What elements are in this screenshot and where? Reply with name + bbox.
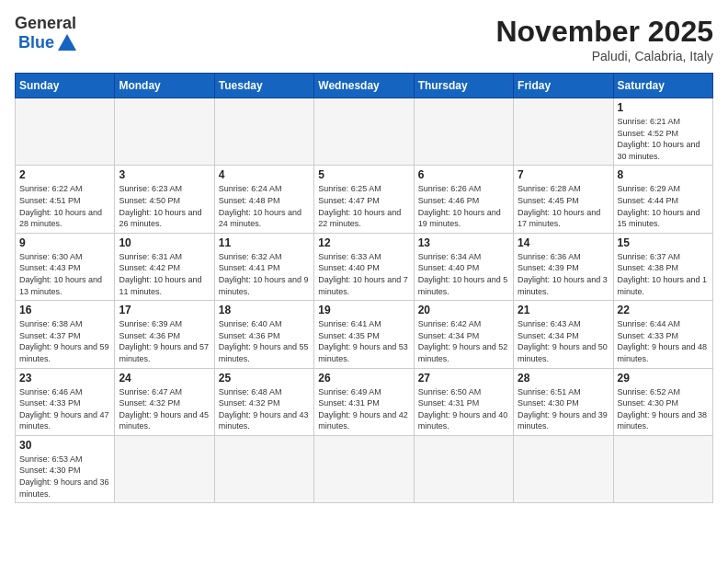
day-info: Sunrise: 6:26 AM Sunset: 4:46 PM Dayligh…: [418, 183, 509, 229]
day-of-week-header: Wednesday: [314, 74, 414, 98]
day-number: 12: [318, 236, 409, 249]
day-info: Sunrise: 6:29 AM Sunset: 4:44 PM Dayligh…: [618, 183, 709, 229]
day-number: 15: [618, 236, 709, 249]
logo-text-blue: Blue: [18, 33, 54, 52]
calendar-day-cell: [214, 435, 313, 502]
calendar-day-cell: [115, 435, 214, 502]
day-number: 20: [418, 304, 509, 316]
header: General Blue November 2025 Paludi, Calab…: [15, 15, 713, 63]
calendar-day-cell: 12Sunrise: 6:33 AM Sunset: 4:40 PM Dayli…: [314, 233, 414, 300]
day-number: 28: [518, 372, 609, 385]
calendar-day-cell: 6Sunrise: 6:26 AM Sunset: 4:46 PM Daylig…: [414, 166, 513, 233]
day-info: Sunrise: 6:39 AM Sunset: 4:36 PM Dayligh…: [119, 318, 210, 364]
day-info: Sunrise: 6:48 AM Sunset: 4:32 PM Dayligh…: [219, 386, 310, 432]
calendar-week-row: 23Sunrise: 6:46 AM Sunset: 4:33 PM Dayli…: [16, 368, 713, 435]
day-number: 21: [518, 304, 609, 316]
calendar-day-cell: [414, 98, 513, 166]
day-info: Sunrise: 6:50 AM Sunset: 4:31 PM Dayligh…: [418, 386, 509, 432]
calendar-day-cell: 16Sunrise: 6:38 AM Sunset: 4:37 PM Dayli…: [16, 301, 115, 368]
day-info: Sunrise: 6:33 AM Sunset: 4:40 PM Dayligh…: [318, 251, 409, 297]
day-number: 17: [119, 304, 210, 316]
day-number: 2: [19, 168, 110, 181]
calendar-day-cell: 17Sunrise: 6:39 AM Sunset: 4:36 PM Dayli…: [115, 301, 214, 368]
calendar-day-cell: 9Sunrise: 6:30 AM Sunset: 4:43 PM Daylig…: [16, 233, 115, 300]
calendar-day-cell: 13Sunrise: 6:34 AM Sunset: 4:40 PM Dayli…: [414, 233, 513, 300]
day-info: Sunrise: 6:28 AM Sunset: 4:45 PM Dayligh…: [518, 183, 609, 229]
day-number: 18: [219, 304, 310, 316]
day-number: 25: [219, 372, 310, 385]
calendar-day-cell: 20Sunrise: 6:42 AM Sunset: 4:34 PM Dayli…: [414, 301, 513, 368]
day-number: 26: [318, 372, 409, 385]
calendar-day-cell: 29Sunrise: 6:52 AM Sunset: 4:30 PM Dayli…: [613, 368, 712, 435]
logo-triangle-icon: [58, 34, 76, 51]
subtitle: Paludi, Calabria, Italy: [495, 49, 713, 63]
calendar-day-cell: [514, 435, 613, 502]
calendar-day-cell: 3Sunrise: 6:23 AM Sunset: 4:50 PM Daylig…: [115, 166, 214, 233]
calendar-day-cell: 24Sunrise: 6:47 AM Sunset: 4:32 PM Dayli…: [115, 368, 214, 435]
calendar-day-cell: 8Sunrise: 6:29 AM Sunset: 4:44 PM Daylig…: [613, 166, 712, 233]
day-number: 6: [418, 168, 509, 181]
calendar-day-cell: 11Sunrise: 6:32 AM Sunset: 4:41 PM Dayli…: [214, 233, 313, 300]
title-area: November 2025 Paludi, Calabria, Italy: [495, 15, 713, 63]
calendar-day-cell: [115, 98, 214, 166]
calendar-day-cell: [514, 98, 613, 166]
calendar-day-cell: 4Sunrise: 6:24 AM Sunset: 4:48 PM Daylig…: [214, 166, 313, 233]
day-number: 19: [318, 304, 409, 316]
day-number: 13: [418, 236, 509, 249]
day-info: Sunrise: 6:42 AM Sunset: 4:34 PM Dayligh…: [418, 318, 509, 364]
calendar-table: SundayMondayTuesdayWednesdayThursdayFrid…: [15, 73, 713, 503]
day-info: Sunrise: 6:22 AM Sunset: 4:51 PM Dayligh…: [19, 183, 110, 229]
logo: General Blue: [15, 15, 76, 52]
day-of-week-header: Thursday: [414, 74, 513, 98]
day-info: Sunrise: 6:21 AM Sunset: 4:52 PM Dayligh…: [618, 116, 709, 162]
day-of-week-header: Friday: [514, 74, 613, 98]
day-number: 11: [219, 236, 310, 249]
calendar-day-cell: 14Sunrise: 6:36 AM Sunset: 4:39 PM Dayli…: [514, 233, 613, 300]
calendar-day-cell: 2Sunrise: 6:22 AM Sunset: 4:51 PM Daylig…: [16, 166, 115, 233]
calendar-day-cell: 26Sunrise: 6:49 AM Sunset: 4:31 PM Dayli…: [314, 368, 414, 435]
calendar-day-cell: [314, 98, 414, 166]
calendar-day-cell: 1Sunrise: 6:21 AM Sunset: 4:52 PM Daylig…: [613, 98, 712, 166]
calendar-day-cell: 28Sunrise: 6:51 AM Sunset: 4:30 PM Dayli…: [514, 368, 613, 435]
day-info: Sunrise: 6:23 AM Sunset: 4:50 PM Dayligh…: [119, 183, 210, 229]
day-info: Sunrise: 6:46 AM Sunset: 4:33 PM Dayligh…: [19, 386, 110, 432]
calendar-day-cell: [613, 435, 712, 502]
day-number: 14: [518, 236, 609, 249]
day-number: 23: [19, 372, 110, 385]
day-number: 10: [119, 236, 210, 249]
day-number: 24: [119, 372, 210, 385]
logo-text-black: General: [15, 14, 76, 32]
day-number: 4: [219, 168, 310, 181]
calendar-day-cell: 7Sunrise: 6:28 AM Sunset: 4:45 PM Daylig…: [514, 166, 613, 233]
days-of-week-row: SundayMondayTuesdayWednesdayThursdayFrid…: [16, 74, 713, 98]
calendar-day-cell: 30Sunrise: 6:53 AM Sunset: 4:30 PM Dayli…: [16, 435, 115, 502]
day-info: Sunrise: 6:44 AM Sunset: 4:33 PM Dayligh…: [618, 318, 709, 364]
day-info: Sunrise: 6:52 AM Sunset: 4:30 PM Dayligh…: [618, 386, 709, 432]
day-number: 30: [19, 439, 110, 452]
day-info: Sunrise: 6:30 AM Sunset: 4:43 PM Dayligh…: [19, 251, 110, 297]
calendar-week-row: 1Sunrise: 6:21 AM Sunset: 4:52 PM Daylig…: [16, 98, 713, 166]
day-info: Sunrise: 6:41 AM Sunset: 4:35 PM Dayligh…: [318, 318, 409, 364]
day-number: 22: [618, 304, 709, 316]
day-info: Sunrise: 6:31 AM Sunset: 4:42 PM Dayligh…: [119, 251, 210, 297]
day-info: Sunrise: 6:32 AM Sunset: 4:41 PM Dayligh…: [219, 251, 310, 297]
calendar-day-cell: 22Sunrise: 6:44 AM Sunset: 4:33 PM Dayli…: [613, 301, 712, 368]
calendar-day-cell: [16, 98, 115, 166]
calendar-day-cell: 5Sunrise: 6:25 AM Sunset: 4:47 PM Daylig…: [314, 166, 414, 233]
calendar-day-cell: [414, 435, 513, 502]
main-title: November 2025: [495, 15, 713, 49]
day-number: 1: [618, 101, 709, 114]
day-of-week-header: Tuesday: [214, 74, 313, 98]
day-info: Sunrise: 6:37 AM Sunset: 4:38 PM Dayligh…: [618, 251, 709, 297]
day-number: 3: [119, 168, 210, 181]
day-info: Sunrise: 6:38 AM Sunset: 4:37 PM Dayligh…: [19, 318, 110, 364]
day-number: 8: [618, 168, 709, 181]
day-of-week-header: Saturday: [613, 74, 712, 98]
day-info: Sunrise: 6:34 AM Sunset: 4:40 PM Dayligh…: [418, 251, 509, 297]
calendar-day-cell: [314, 435, 414, 502]
calendar-day-cell: 25Sunrise: 6:48 AM Sunset: 4:32 PM Dayli…: [214, 368, 313, 435]
day-info: Sunrise: 6:40 AM Sunset: 4:36 PM Dayligh…: [219, 318, 310, 364]
day-number: 5: [318, 168, 409, 181]
day-info: Sunrise: 6:25 AM Sunset: 4:47 PM Dayligh…: [318, 183, 409, 229]
day-info: Sunrise: 6:51 AM Sunset: 4:30 PM Dayligh…: [518, 386, 609, 432]
